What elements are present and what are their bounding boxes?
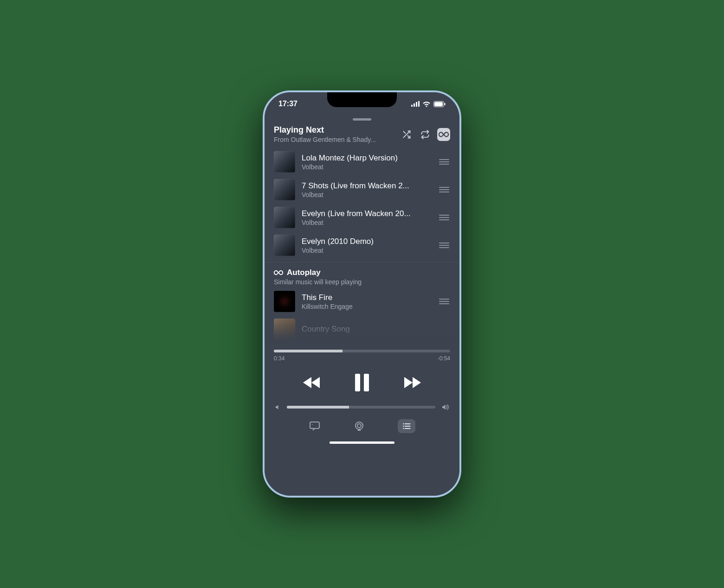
- svg-rect-1: [414, 103, 415, 107]
- track-title: Evelyn (Live from Wacken 20...: [302, 209, 432, 218]
- queue-subtitle: From Outlaw Gentlemen & Shady...: [274, 136, 395, 143]
- track-artist: Killswitch Engage: [302, 303, 432, 310]
- svg-point-16: [403, 423, 404, 425]
- track-artist: Volbeat: [302, 247, 432, 254]
- album-art: [274, 207, 295, 228]
- autoplay-section-header: Autoplay Similar music will keep playing: [265, 262, 459, 288]
- album-art: [274, 235, 295, 256]
- track-artist: Volbeat: [302, 191, 432, 198]
- svg-rect-3: [418, 101, 420, 107]
- album-art: [274, 319, 295, 340]
- queue-button[interactable]: [398, 419, 415, 433]
- pause-icon: [354, 374, 370, 391]
- infinity-icon: [274, 270, 283, 275]
- battery-icon: [433, 101, 446, 107]
- svg-point-18: [403, 428, 404, 429]
- album-art: [274, 291, 295, 312]
- status-icons: [411, 101, 446, 107]
- track-row[interactable]: Evelyn (2010 Demo) Volbeat: [265, 231, 459, 259]
- queue-icon: [401, 422, 412, 431]
- track-row[interactable]: This Fire Killswitch Engage: [265, 288, 459, 315]
- volume-slider[interactable]: [287, 406, 435, 409]
- autoplay-toggle-button[interactable]: [437, 128, 450, 141]
- airplay-button[interactable]: [353, 421, 365, 432]
- track-title: Evelyn (2010 Demo): [302, 237, 432, 246]
- album-art: [274, 151, 295, 173]
- shuffle-icon: [401, 130, 412, 139]
- volume-fill: [287, 406, 349, 409]
- svg-rect-9: [310, 422, 319, 428]
- repeat-icon: [420, 130, 430, 139]
- svg-point-11: [356, 422, 363, 429]
- svg-rect-2: [416, 102, 417, 107]
- phone-frame: 17:37 Playing Next From Outlaw Gentlemen…: [263, 90, 461, 498]
- next-icon: [402, 376, 422, 390]
- svg-point-12: [357, 424, 361, 428]
- autoplay-label: Autoplay: [287, 268, 321, 277]
- track-row[interactable]: Lola Montez (Harp Version) Volbeat: [265, 148, 459, 176]
- airplay-icon: [353, 421, 365, 432]
- progress-slider[interactable]: [274, 350, 450, 352]
- home-indicator[interactable]: [330, 441, 394, 444]
- drag-handle-icon[interactable]: [438, 240, 450, 251]
- track-title: Lola Montez (Harp Version): [302, 153, 432, 163]
- time-remaining: -0:54: [438, 355, 450, 362]
- volume-low-icon: [275, 404, 281, 410]
- shuffle-button[interactable]: [400, 128, 413, 141]
- pause-button[interactable]: [354, 374, 370, 391]
- sheet-grabber[interactable]: [353, 118, 371, 121]
- track-artist: Volbeat: [302, 163, 432, 171]
- drag-handle-icon[interactable]: [438, 296, 450, 307]
- autoplay-sub: Similar music will keep playing: [274, 278, 450, 286]
- lyrics-button[interactable]: ”: [309, 421, 321, 432]
- status-time: 17:37: [278, 100, 297, 108]
- track-title: 7 Shots (Live from Wacken 2...: [302, 181, 432, 191]
- track-row[interactable]: 7 Shots (Live from Wacken 2... Volbeat: [265, 176, 459, 204]
- repeat-button[interactable]: [419, 128, 432, 141]
- wifi-icon: [422, 101, 431, 107]
- queue-header: Playing Next From Outlaw Gentlemen & Sha…: [265, 125, 459, 148]
- previous-icon: [302, 376, 322, 390]
- svg-rect-5: [434, 102, 443, 106]
- player-controls: 0:34 -0:54: [265, 343, 459, 441]
- time-elapsed: 0:34: [274, 355, 284, 362]
- svg-text:”: ”: [312, 423, 313, 428]
- drag-handle-icon[interactable]: [438, 212, 450, 223]
- screen: 17:37 Playing Next From Outlaw Gentlemen…: [265, 92, 459, 496]
- queue-title: Playing Next: [274, 125, 395, 135]
- previous-button[interactable]: [302, 376, 322, 390]
- volume-high-icon: [441, 403, 449, 411]
- album-art: [274, 179, 295, 200]
- svg-rect-6: [445, 103, 446, 105]
- track-artist: Volbeat: [302, 219, 432, 226]
- track-row[interactable]: Evelyn (Live from Wacken 20... Volbeat: [265, 204, 459, 231]
- svg-point-17: [403, 426, 404, 427]
- next-button[interactable]: [402, 376, 422, 390]
- progress-fill: [274, 350, 343, 352]
- svg-rect-7: [355, 374, 360, 391]
- lyrics-icon: ”: [309, 421, 321, 432]
- queue-list[interactable]: Lola Montez (Harp Version) Volbeat 7 Sho…: [265, 148, 459, 343]
- track-title: Country Song: [302, 325, 450, 334]
- drag-handle-icon[interactable]: [438, 156, 450, 167]
- svg-rect-8: [364, 374, 369, 391]
- infinity-icon: [439, 130, 449, 139]
- cellular-icon: [411, 101, 420, 107]
- drag-handle-icon[interactable]: [438, 184, 450, 195]
- track-title: This Fire: [302, 293, 432, 302]
- track-row[interactable]: Country Song: [265, 315, 459, 343]
- svg-rect-0: [411, 105, 413, 107]
- notch: [327, 92, 397, 107]
